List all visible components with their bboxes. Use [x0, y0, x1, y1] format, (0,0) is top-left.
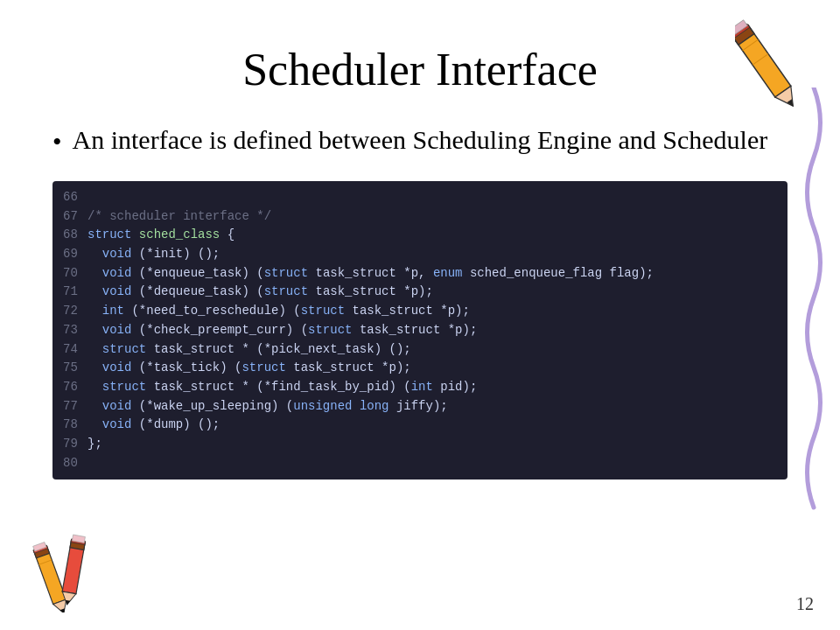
slide: Scheduler Interface • An interface is de…: [0, 0, 840, 630]
code-line: 77 void (*wake_up_sleeping) (unsigned lo…: [63, 397, 777, 416]
code-line: 78 void (*dump) ();: [63, 416, 777, 435]
code-token: void: [102, 245, 132, 264]
code-token: [88, 245, 102, 264]
wavy-line-decoration: [796, 88, 831, 525]
code-token: (*wake_up_sleeping) (: [131, 397, 293, 416]
slide-title: Scheduler Interface: [52, 44, 788, 95]
code-block: 66 67 /* scheduler interface */68 struct…: [52, 181, 788, 480]
code-token: jiffy);: [389, 397, 448, 416]
code-token: task_struct *p,: [308, 264, 433, 284]
page-number: 12: [796, 594, 814, 614]
line-number: 75: [63, 359, 88, 378]
code-token: long: [360, 397, 389, 416]
code-token: [88, 359, 102, 378]
line-number: 79: [63, 435, 88, 454]
code-token: [88, 283, 102, 302]
code-token: struct: [264, 283, 308, 302]
code-token: (*dequeue_task) (: [131, 283, 263, 302]
line-number: 69: [63, 245, 88, 264]
code-token: struct: [88, 226, 131, 245]
bullet-section: • An interface is defined between Schedu…: [52, 122, 788, 160]
code-token: task_struct *p);: [345, 302, 470, 321]
code-token: [88, 397, 102, 416]
code-token: unsigned: [293, 397, 352, 416]
code-token: /* scheduler interface */: [88, 207, 271, 227]
code-line: 66: [63, 188, 777, 207]
code-token: {: [220, 226, 234, 245]
code-token: [131, 226, 138, 245]
code-token: (*task_tick) (: [131, 359, 242, 378]
code-token: void: [102, 264, 132, 284]
code-token: void: [102, 397, 132, 416]
line-number: 78: [63, 416, 88, 435]
code-line: 73 void (*check_preempt_curr) (struct ta…: [63, 321, 777, 340]
code-line: 67 /* scheduler interface */: [63, 207, 777, 227]
code-token: [88, 416, 102, 435]
code-token: enum: [433, 264, 463, 284]
line-number: 68: [63, 226, 88, 245]
line-number: 72: [63, 302, 88, 321]
code-line: 74 struct task_struct * (*pick_next_task…: [63, 340, 777, 360]
code-token: task_struct * (*pick_next_task) ();: [146, 340, 410, 360]
code-token: (*enqueue_task) (: [131, 264, 263, 284]
line-number: 70: [63, 264, 88, 284]
code-token: [88, 302, 102, 321]
code-token: struct: [264, 264, 308, 284]
code-token: [88, 264, 102, 284]
code-token: [88, 378, 102, 397]
line-number: 67: [63, 207, 88, 227]
code-line: 72 int (*need_to_reschedule) (struct tas…: [63, 302, 777, 321]
code-token: struct: [242, 359, 285, 378]
line-number: 66: [63, 188, 88, 207]
code-token: (*dump) ();: [131, 416, 220, 435]
code-token: task_struct *p);: [308, 283, 433, 302]
bullet-item: • An interface is defined between Schedu…: [52, 122, 788, 160]
code-line: 79 };: [63, 435, 777, 454]
line-number: 80: [63, 454, 88, 473]
bullet-text: An interface is defined between Scheduli…: [73, 122, 768, 158]
code-line: 80: [63, 454, 777, 473]
code-line: 68 struct sched_class {: [63, 226, 777, 245]
line-number: 73: [63, 321, 88, 340]
code-line: 76 struct task_struct * (*find_task_by_p…: [63, 378, 777, 397]
line-number: 74: [63, 340, 88, 360]
line-number: 71: [63, 283, 88, 302]
code-token: pid);: [433, 378, 477, 397]
code-token: struct: [102, 378, 146, 397]
code-line: 71 void (*dequeue_task) (struct task_str…: [63, 283, 777, 302]
code-token: struct: [308, 321, 352, 340]
code-token: sched_enqueue_flag flag);: [463, 264, 654, 284]
code-token: [88, 321, 102, 340]
code-line: 69 void (*init) ();: [63, 245, 777, 264]
code-line: 70 void (*enqueue_task) (struct task_str…: [63, 264, 777, 284]
code-token: int: [102, 302, 124, 321]
code-token: [352, 397, 359, 416]
code-token: struct: [301, 302, 345, 321]
code-token: task_struct *p);: [286, 359, 411, 378]
code-token: (*check_preempt_curr) (: [131, 321, 308, 340]
pencils-bottom-left-decoration: [18, 534, 131, 612]
code-token: void: [102, 321, 132, 340]
code-token: [88, 340, 102, 360]
code-token: task_struct * (*find_task_by_pid) (: [146, 378, 410, 397]
code-token: void: [102, 283, 132, 302]
code-token: };: [88, 435, 102, 454]
code-token: int: [411, 378, 433, 397]
code-token: sched_class: [139, 226, 220, 245]
bullet-dot: •: [52, 123, 62, 160]
code-token: (*need_to_reschedule) (: [124, 302, 301, 321]
code-line: 75 void (*task_tick) (struct task_struct…: [63, 359, 777, 378]
code-token: struct: [102, 340, 146, 360]
code-token: void: [102, 416, 132, 435]
code-token: void: [102, 359, 132, 378]
code-token: (*init) ();: [131, 245, 220, 264]
line-number: 76: [63, 378, 88, 397]
line-number: 77: [63, 397, 88, 416]
code-token: task_struct *p);: [352, 321, 477, 340]
